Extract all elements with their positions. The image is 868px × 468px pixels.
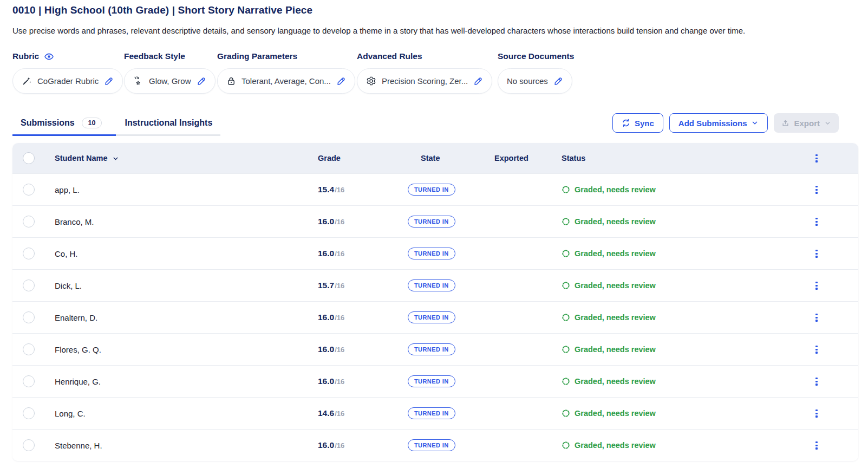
row-options-kebab-icon[interactable] <box>812 311 820 324</box>
select-all-checkbox[interactable] <box>23 152 35 164</box>
feedback-style-value: Glow, Grow <box>149 76 191 86</box>
edit-pencil-icon[interactable] <box>473 76 483 86</box>
rubric-value: CoGrader Rubric <box>37 76 99 86</box>
state-badge: TURNED IN <box>408 184 455 196</box>
grade-cell: 16.0 /16 <box>312 249 408 258</box>
status-cell: Graded, needs review <box>562 281 775 290</box>
assignment-page: 0010 | High School (10th Grade) | Short … <box>0 0 868 461</box>
export-icon <box>781 119 789 127</box>
config-feedback-style: Feedback Style Glow, Grow <box>124 51 217 94</box>
column-student-name[interactable]: Student Name <box>45 154 312 162</box>
rubric-label: Rubric <box>12 51 124 62</box>
grade-cell: 15.4 /16 <box>312 185 408 194</box>
state-cell: TURNED IN <box>408 343 494 355</box>
progress-circle-icon <box>562 185 570 194</box>
row-options-kebab-icon[interactable] <box>812 407 820 420</box>
row-options-kebab-icon[interactable] <box>812 375 820 388</box>
row-options-kebab-icon[interactable] <box>812 280 820 292</box>
grade-value: 16.0 <box>318 217 334 226</box>
edit-pencil-icon[interactable] <box>336 76 346 86</box>
grade-value: 16.0 <box>318 313 334 322</box>
sync-button[interactable]: Sync <box>612 113 663 133</box>
table-options-kebab-icon[interactable] <box>812 152 820 165</box>
grade-max: /16 <box>335 282 344 290</box>
table-body: app, L. 15.4 /16 TURNED IN Graded, needs… <box>12 173 858 461</box>
state-cell: TURNED IN <box>408 375 494 387</box>
export-button[interactable]: Export <box>774 113 839 133</box>
tab-insights-label: Instructional Insights <box>125 118 212 128</box>
student-name: Long, C. <box>45 409 312 418</box>
grade-max: /16 <box>335 314 344 322</box>
row-checkbox[interactable] <box>23 407 35 419</box>
status-text: Graded, needs review <box>575 377 656 386</box>
source-documents-value: No sources <box>507 76 548 86</box>
grade-cell: 16.0 /16 <box>312 313 408 322</box>
state-badge: TURNED IN <box>408 311 455 323</box>
grade-cell: 16.0 /16 <box>312 344 408 354</box>
source-documents-pill[interactable]: No sources <box>498 68 572 94</box>
state-cell: TURNED IN <box>408 280 494 291</box>
wand-star-icon <box>133 76 143 86</box>
grade-value: 16.0 <box>318 344 334 354</box>
progress-circle-icon <box>562 409 570 418</box>
state-cell: TURNED IN <box>408 184 494 196</box>
column-state: State <box>408 154 494 162</box>
status-text: Graded, needs review <box>575 249 656 258</box>
rubric-pill[interactable]: CoGrader Rubric <box>12 68 123 94</box>
row-options-kebab-icon[interactable] <box>812 216 820 228</box>
status-text: Graded, needs review <box>575 185 656 194</box>
edit-pencil-icon[interactable] <box>197 76 206 86</box>
status-cell: Graded, needs review <box>562 185 775 194</box>
row-checkbox[interactable] <box>23 248 35 259</box>
progress-circle-icon <box>562 441 570 450</box>
row-checkbox[interactable] <box>23 439 35 451</box>
progress-circle-icon <box>562 377 570 386</box>
grade-value: 16.0 <box>318 440 334 450</box>
export-button-label: Export <box>794 119 820 128</box>
table-row: Henrique, G. 16.0 /16 TURNED IN Graded, … <box>12 365 858 397</box>
gear-icon <box>366 76 376 86</box>
grade-value: 14.6 <box>318 408 334 418</box>
feedback-style-pill[interactable]: Glow, Grow <box>124 68 216 94</box>
edit-pencil-icon[interactable] <box>553 76 563 86</box>
add-submissions-button[interactable]: Add Submissions <box>669 113 768 133</box>
submissions-count-badge: 10 <box>82 118 102 128</box>
student-name: Dick, L. <box>45 281 312 290</box>
tab-submissions[interactable]: Submissions 10 <box>12 118 116 136</box>
eye-icon[interactable] <box>44 51 54 62</box>
chevron-down-icon <box>824 120 831 127</box>
table-row: Co, H. 16.0 /16 TURNED IN Graded, needs … <box>12 237 858 269</box>
row-checkbox[interactable] <box>23 184 35 196</box>
row-checkbox[interactable] <box>23 311 35 323</box>
row-checkbox[interactable] <box>23 216 35 227</box>
status-cell: Graded, needs review <box>562 441 775 450</box>
grade-max: /16 <box>335 250 344 258</box>
student-name: Branco, M. <box>45 217 312 226</box>
row-checkbox[interactable] <box>23 343 35 355</box>
edit-pencil-icon[interactable] <box>104 76 114 86</box>
grading-parameters-pill[interactable]: Tolerant, Average, Con... <box>217 68 355 94</box>
row-options-kebab-icon[interactable] <box>812 343 820 356</box>
state-cell: TURNED IN <box>408 439 494 451</box>
state-cell: TURNED IN <box>408 216 494 227</box>
tab-instructional-insights[interactable]: Instructional Insights <box>116 118 220 136</box>
row-options-kebab-icon[interactable] <box>812 248 820 260</box>
status-text: Graded, needs review <box>575 313 656 322</box>
state-badge: TURNED IN <box>408 375 455 387</box>
row-options-kebab-icon[interactable] <box>812 184 820 196</box>
advanced-rules-pill[interactable]: Precision Scoring, Zer... <box>357 68 492 94</box>
row-checkbox[interactable] <box>23 375 35 387</box>
row-checkbox[interactable] <box>23 280 35 291</box>
student-name: Stebenne, H. <box>45 441 312 450</box>
grade-value: 16.0 <box>318 249 334 258</box>
student-name: app, L. <box>45 185 312 194</box>
grade-cell: 16.0 /16 <box>312 217 408 226</box>
row-options-kebab-icon[interactable] <box>812 439 820 452</box>
progress-circle-icon <box>562 313 570 322</box>
status-text: Graded, needs review <box>575 281 656 290</box>
table-row: Long, C. 14.6 /16 TURNED IN Graded, need… <box>12 397 858 429</box>
config-advanced-rules: Advanced Rules Precision Scoring, Zer... <box>357 51 498 94</box>
table-row: Branco, M. 16.0 /16 TURNED IN Graded, ne… <box>12 205 858 237</box>
state-badge: TURNED IN <box>408 216 455 227</box>
state-badge: TURNED IN <box>408 439 455 451</box>
